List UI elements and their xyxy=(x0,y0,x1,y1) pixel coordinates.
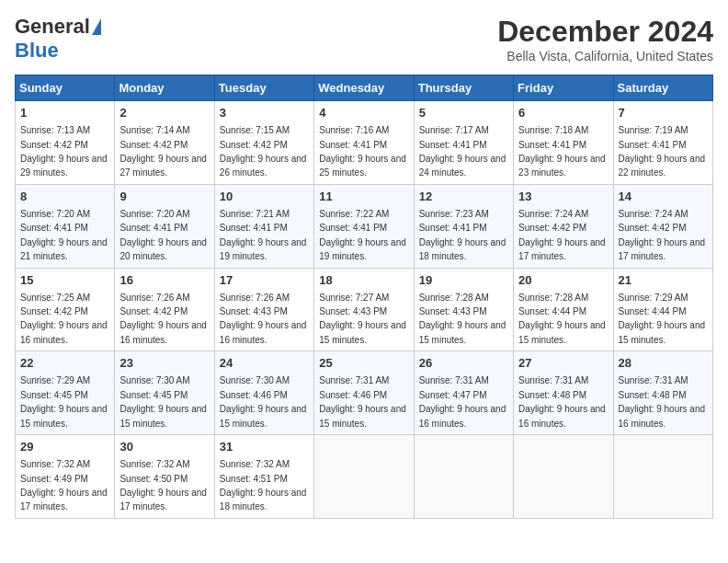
day-info: Sunrise: 7:26 AMSunset: 4:42 PMDaylight:… xyxy=(119,293,207,345)
calendar-day-header: Wednesday xyxy=(314,75,414,101)
calendar-cell: 21Sunrise: 7:29 AMSunset: 4:44 PMDayligh… xyxy=(613,268,712,351)
calendar-cell: 15Sunrise: 7:25 AMSunset: 4:42 PMDayligh… xyxy=(16,268,115,351)
day-info: Sunrise: 7:18 AMSunset: 4:41 PMDaylight:… xyxy=(518,125,606,178)
calendar-cell: 16Sunrise: 7:26 AMSunset: 4:42 PMDayligh… xyxy=(115,268,214,351)
day-number: 13 xyxy=(518,189,608,205)
day-info: Sunrise: 7:20 AMSunset: 4:41 PMDaylight:… xyxy=(119,209,207,261)
day-info: Sunrise: 7:20 AMSunset: 4:41 PMDaylight:… xyxy=(20,209,108,261)
day-info: Sunrise: 7:15 AMSunset: 4:42 PMDaylight:… xyxy=(220,125,307,178)
calendar-cell xyxy=(314,435,414,519)
day-info: Sunrise: 7:21 AMSunset: 4:41 PMDaylight:… xyxy=(220,209,307,261)
day-info: Sunrise: 7:30 AMSunset: 4:46 PMDaylight:… xyxy=(220,375,307,428)
day-info: Sunrise: 7:19 AMSunset: 4:41 PMDaylight:… xyxy=(619,125,706,178)
location: Bella Vista, California, United States xyxy=(497,49,713,63)
title-block: December 2024 Bella Vista, California, U… xyxy=(497,15,713,63)
calendar-cell: 23Sunrise: 7:30 AMSunset: 4:45 PMDayligh… xyxy=(115,351,214,435)
day-number: 24 xyxy=(220,355,309,372)
calendar-week-row: 29Sunrise: 7:32 AMSunset: 4:49 PMDayligh… xyxy=(16,435,713,519)
calendar-day-header: Thursday xyxy=(414,75,513,101)
calendar-week-row: 8Sunrise: 7:20 AMSunset: 4:41 PMDaylight… xyxy=(16,184,713,268)
day-info: Sunrise: 7:23 AMSunset: 4:41 PMDaylight:… xyxy=(419,209,506,261)
calendar-cell: 28Sunrise: 7:31 AMSunset: 4:48 PMDayligh… xyxy=(613,351,712,435)
day-info: Sunrise: 7:26 AMSunset: 4:43 PMDaylight:… xyxy=(220,293,307,345)
calendar-cell xyxy=(613,435,712,519)
day-info: Sunrise: 7:31 AMSunset: 4:46 PMDaylight:… xyxy=(319,375,406,428)
logo-general: General xyxy=(15,15,90,39)
calendar-cell: 12Sunrise: 7:23 AMSunset: 4:41 PMDayligh… xyxy=(414,184,513,268)
calendar-cell: 18Sunrise: 7:27 AMSunset: 4:43 PMDayligh… xyxy=(314,268,414,351)
day-number: 12 xyxy=(419,189,508,205)
calendar-cell: 31Sunrise: 7:32 AMSunset: 4:51 PMDayligh… xyxy=(214,435,313,519)
calendar-cell: 22Sunrise: 7:29 AMSunset: 4:45 PMDayligh… xyxy=(16,351,115,435)
calendar-cell: 26Sunrise: 7:31 AMSunset: 4:47 PMDayligh… xyxy=(414,351,513,435)
day-number: 18 xyxy=(319,272,408,289)
calendar-table: SundayMondayTuesdayWednesdayThursdayFrid… xyxy=(15,75,713,519)
day-info: Sunrise: 7:14 AMSunset: 4:42 PMDaylight:… xyxy=(119,125,207,178)
day-number: 31 xyxy=(220,439,309,455)
calendar-cell: 4Sunrise: 7:16 AMSunset: 4:41 PMDaylight… xyxy=(314,101,414,185)
day-number: 25 xyxy=(319,355,408,372)
day-number: 23 xyxy=(119,355,209,372)
day-number: 14 xyxy=(619,189,708,205)
calendar-cell: 2Sunrise: 7:14 AMSunset: 4:42 PMDaylight… xyxy=(115,101,214,185)
calendar-day-header: Sunday xyxy=(16,75,115,101)
day-number: 7 xyxy=(619,105,708,121)
day-info: Sunrise: 7:13 AMSunset: 4:42 PMDaylight:… xyxy=(20,125,108,178)
calendar-cell: 25Sunrise: 7:31 AMSunset: 4:46 PMDayligh… xyxy=(314,351,414,435)
day-number: 3 xyxy=(220,105,309,121)
calendar-cell: 3Sunrise: 7:15 AMSunset: 4:42 PMDaylight… xyxy=(214,101,313,185)
calendar-cell: 14Sunrise: 7:24 AMSunset: 4:42 PMDayligh… xyxy=(613,184,712,268)
day-info: Sunrise: 7:24 AMSunset: 4:42 PMDaylight:… xyxy=(619,209,706,261)
day-number: 1 xyxy=(20,105,109,121)
calendar-cell: 13Sunrise: 7:24 AMSunset: 4:42 PMDayligh… xyxy=(514,184,613,268)
day-info: Sunrise: 7:22 AMSunset: 4:41 PMDaylight:… xyxy=(319,209,406,261)
calendar-week-row: 22Sunrise: 7:29 AMSunset: 4:45 PMDayligh… xyxy=(16,351,713,435)
day-number: 16 xyxy=(119,272,209,289)
day-number: 5 xyxy=(419,105,508,121)
calendar-cell: 7Sunrise: 7:19 AMSunset: 4:41 PMDaylight… xyxy=(613,101,712,185)
day-info: Sunrise: 7:31 AMSunset: 4:48 PMDaylight:… xyxy=(619,375,706,428)
logo: General Blue xyxy=(15,15,101,63)
day-info: Sunrise: 7:30 AMSunset: 4:45 PMDaylight:… xyxy=(119,375,207,428)
day-number: 6 xyxy=(518,105,608,121)
day-info: Sunrise: 7:28 AMSunset: 4:44 PMDaylight:… xyxy=(518,293,606,345)
calendar-cell: 27Sunrise: 7:31 AMSunset: 4:48 PMDayligh… xyxy=(514,351,613,435)
calendar-day-header: Tuesday xyxy=(214,75,313,101)
calendar-cell: 30Sunrise: 7:32 AMSunset: 4:50 PMDayligh… xyxy=(115,435,214,519)
calendar-cell: 19Sunrise: 7:28 AMSunset: 4:43 PMDayligh… xyxy=(414,268,513,351)
calendar-week-row: 1Sunrise: 7:13 AMSunset: 4:42 PMDaylight… xyxy=(16,101,713,185)
day-info: Sunrise: 7:32 AMSunset: 4:51 PMDaylight:… xyxy=(220,459,307,511)
day-number: 11 xyxy=(319,189,408,205)
calendar-day-header: Monday xyxy=(115,75,214,101)
day-info: Sunrise: 7:29 AMSunset: 4:44 PMDaylight:… xyxy=(619,293,706,345)
day-number: 8 xyxy=(20,189,109,205)
calendar-cell: 29Sunrise: 7:32 AMSunset: 4:49 PMDayligh… xyxy=(16,435,115,519)
day-info: Sunrise: 7:31 AMSunset: 4:48 PMDaylight:… xyxy=(518,375,606,428)
day-number: 26 xyxy=(419,355,508,372)
calendar-cell: 6Sunrise: 7:18 AMSunset: 4:41 PMDaylight… xyxy=(514,101,613,185)
calendar-day-header: Saturday xyxy=(613,75,712,101)
day-number: 10 xyxy=(220,189,309,205)
calendar-cell: 10Sunrise: 7:21 AMSunset: 4:41 PMDayligh… xyxy=(214,184,313,268)
day-info: Sunrise: 7:28 AMSunset: 4:43 PMDaylight:… xyxy=(419,293,506,345)
day-info: Sunrise: 7:29 AMSunset: 4:45 PMDaylight:… xyxy=(20,375,108,428)
page-header: General Blue December 2024 Bella Vista, … xyxy=(15,15,713,63)
calendar-cell: 9Sunrise: 7:20 AMSunset: 4:41 PMDaylight… xyxy=(115,184,214,268)
calendar-cell: 8Sunrise: 7:20 AMSunset: 4:41 PMDaylight… xyxy=(16,184,115,268)
day-info: Sunrise: 7:32 AMSunset: 4:49 PMDaylight:… xyxy=(20,459,108,511)
day-number: 19 xyxy=(419,272,508,289)
day-info: Sunrise: 7:27 AMSunset: 4:43 PMDaylight:… xyxy=(319,293,406,345)
day-info: Sunrise: 7:16 AMSunset: 4:41 PMDaylight:… xyxy=(319,125,406,178)
day-number: 29 xyxy=(20,439,109,455)
day-number: 22 xyxy=(20,355,109,372)
day-info: Sunrise: 7:17 AMSunset: 4:41 PMDaylight:… xyxy=(419,125,506,178)
calendar-cell: 20Sunrise: 7:28 AMSunset: 4:44 PMDayligh… xyxy=(514,268,613,351)
day-number: 2 xyxy=(119,105,209,121)
calendar-cell xyxy=(514,435,613,519)
calendar-week-row: 15Sunrise: 7:25 AMSunset: 4:42 PMDayligh… xyxy=(16,268,713,351)
day-number: 27 xyxy=(518,355,608,372)
day-number: 9 xyxy=(119,189,209,205)
calendar-day-header: Friday xyxy=(514,75,613,101)
day-info: Sunrise: 7:31 AMSunset: 4:47 PMDaylight:… xyxy=(419,375,506,428)
calendar-header-row: SundayMondayTuesdayWednesdayThursdayFrid… xyxy=(16,75,713,101)
